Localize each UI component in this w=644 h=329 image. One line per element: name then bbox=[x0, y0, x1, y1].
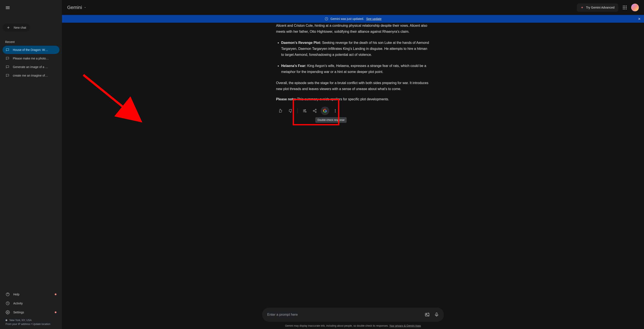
chat-icon bbox=[6, 65, 10, 69]
plus-icon bbox=[6, 26, 10, 30]
recent-item[interactable]: create me an imagine of… bbox=[2, 72, 60, 80]
chat-icon bbox=[6, 48, 10, 52]
apps-grid-icon[interactable] bbox=[622, 5, 627, 10]
content-area: Alicent and Criston Cole, hinting at a c… bbox=[62, 23, 644, 304]
svg-point-10 bbox=[626, 9, 627, 10]
chevron-down-icon bbox=[84, 6, 86, 9]
svg-point-8 bbox=[623, 9, 624, 10]
thumbs-down-icon bbox=[288, 109, 293, 113]
see-update-link[interactable]: See update bbox=[366, 17, 382, 21]
chat-icon bbox=[6, 57, 10, 60]
gear-icon bbox=[6, 310, 10, 314]
response-text: Alicent and Criston Cole, hinting at a c… bbox=[276, 23, 430, 102]
activity-icon bbox=[6, 301, 10, 305]
thumbs-down-button[interactable] bbox=[286, 107, 295, 115]
svg-rect-24 bbox=[436, 313, 437, 315]
mic-button[interactable] bbox=[432, 310, 441, 319]
svg-point-20 bbox=[335, 112, 336, 112]
recent-item[interactable]: House of the Dragon: W… bbox=[2, 46, 60, 54]
image-icon bbox=[425, 312, 430, 317]
update-icon bbox=[324, 17, 328, 21]
svg-point-16 bbox=[313, 110, 314, 111]
sidebar: New chat Recent House of the Dragon: W… … bbox=[0, 0, 62, 329]
new-chat-button[interactable]: New chat bbox=[2, 24, 30, 32]
update-location-link[interactable]: Update location bbox=[32, 322, 50, 325]
divider bbox=[298, 108, 298, 113]
hamburger-icon bbox=[5, 5, 10, 10]
chat-icon bbox=[6, 74, 10, 78]
svg-point-5 bbox=[623, 7, 624, 8]
thumbs-up-button[interactable] bbox=[276, 107, 284, 115]
input-area: Gemini may display inaccurate info, incl… bbox=[62, 304, 644, 329]
mic-icon bbox=[434, 312, 439, 317]
svg-point-18 bbox=[335, 109, 336, 110]
svg-point-1 bbox=[7, 312, 8, 313]
update-banner: Gemini was just updated. See update × bbox=[62, 15, 644, 23]
settings-button[interactable]: Settings bbox=[2, 308, 60, 316]
upload-image-button[interactable] bbox=[422, 310, 432, 319]
google-icon bbox=[323, 109, 327, 113]
main-panel: Gemini ✦ Try Gemini Advanced Gemini was … bbox=[62, 0, 644, 329]
svg-point-19 bbox=[335, 110, 336, 111]
avatar[interactable] bbox=[631, 4, 639, 11]
notification-dot bbox=[55, 293, 56, 295]
recent-item[interactable]: Please make me a photo… bbox=[2, 54, 60, 63]
tune-icon bbox=[302, 109, 306, 113]
svg-point-13 bbox=[304, 110, 304, 111]
location-dot-icon bbox=[6, 319, 7, 321]
sparkle-icon: ✦ bbox=[581, 6, 584, 10]
topbar: Gemini ✦ Try Gemini Advanced bbox=[62, 0, 644, 15]
recent-label: Recent bbox=[2, 38, 60, 46]
disclaimer: Gemini may display inaccurate info, incl… bbox=[285, 324, 421, 327]
svg-point-23 bbox=[426, 314, 427, 314]
activity-button[interactable]: Activity bbox=[2, 299, 60, 307]
svg-point-6 bbox=[624, 7, 625, 8]
google-check-button[interactable] bbox=[321, 107, 329, 115]
svg-point-17 bbox=[315, 111, 316, 113]
svg-point-2 bbox=[623, 6, 624, 7]
notification-dot bbox=[55, 311, 56, 313]
brand-dropdown[interactable]: Gemini bbox=[67, 5, 86, 10]
try-advanced-button[interactable]: ✦ Try Gemini Advanced bbox=[577, 4, 618, 12]
svg-point-12 bbox=[305, 109, 306, 110]
tune-button[interactable] bbox=[300, 107, 309, 115]
recent-item[interactable]: Generate an image of a … bbox=[2, 63, 60, 71]
help-icon bbox=[6, 292, 10, 296]
menu-button[interactable] bbox=[2, 3, 13, 13]
action-row: Double-check response bbox=[276, 107, 430, 115]
svg-point-7 bbox=[626, 7, 627, 8]
prompt-box bbox=[262, 307, 444, 322]
share-icon bbox=[312, 109, 317, 113]
svg-point-4 bbox=[626, 6, 627, 7]
tooltip: Double-check response bbox=[315, 117, 346, 123]
svg-point-15 bbox=[315, 109, 316, 110]
new-chat-label: New chat bbox=[14, 26, 26, 29]
prompt-input[interactable] bbox=[267, 313, 422, 316]
svg-point-9 bbox=[624, 9, 625, 10]
close-banner-button[interactable]: × bbox=[638, 17, 640, 22]
thumbs-up-icon bbox=[278, 109, 282, 113]
help-button[interactable]: Help bbox=[2, 290, 60, 299]
share-button[interactable] bbox=[310, 107, 319, 115]
recent-list: House of the Dragon: W… Please make me a… bbox=[2, 46, 60, 80]
privacy-link[interactable]: Your privacy & Gemini Apps bbox=[389, 324, 421, 327]
location-info: New York, NY, USA From your IP address •… bbox=[2, 317, 60, 326]
more-vertical-icon bbox=[333, 109, 338, 113]
more-button[interactable] bbox=[331, 107, 340, 115]
svg-point-3 bbox=[624, 6, 625, 7]
